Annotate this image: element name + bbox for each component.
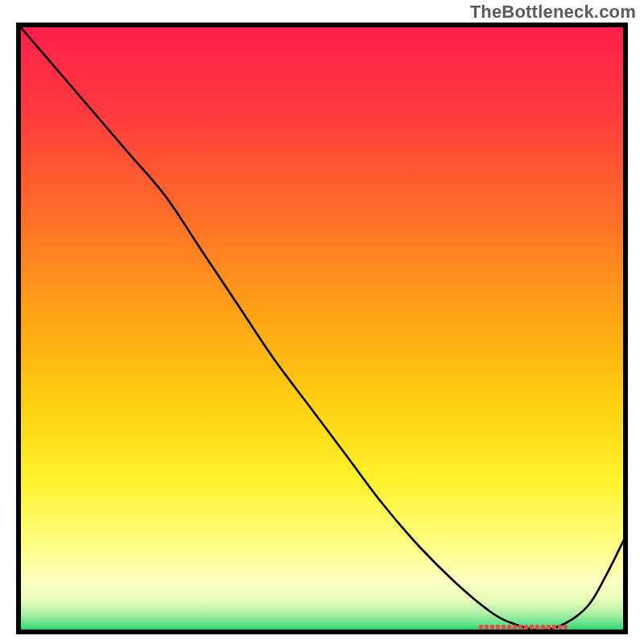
chart-canvas bbox=[16, 23, 628, 634]
svg-rect-12 bbox=[547, 625, 551, 630]
svg-rect-7 bbox=[518, 625, 522, 630]
svg-rect-3 bbox=[496, 625, 500, 630]
svg-rect-10 bbox=[535, 625, 539, 630]
svg-rect-9 bbox=[530, 625, 534, 630]
watermark-text: TheBottleneck.com bbox=[470, 2, 636, 23]
svg-rect-4 bbox=[502, 625, 506, 630]
svg-rect-5 bbox=[507, 625, 511, 630]
svg-rect-14 bbox=[558, 625, 562, 630]
svg-rect-6 bbox=[513, 625, 517, 630]
svg-rect-2 bbox=[490, 625, 494, 630]
svg-rect-13 bbox=[552, 625, 556, 630]
svg-rect-15 bbox=[564, 625, 568, 630]
svg-rect-8 bbox=[524, 625, 528, 630]
svg-rect-0 bbox=[479, 625, 483, 630]
heatmap-background bbox=[20, 27, 624, 630]
svg-rect-11 bbox=[541, 625, 545, 630]
svg-rect-1 bbox=[485, 625, 489, 630]
